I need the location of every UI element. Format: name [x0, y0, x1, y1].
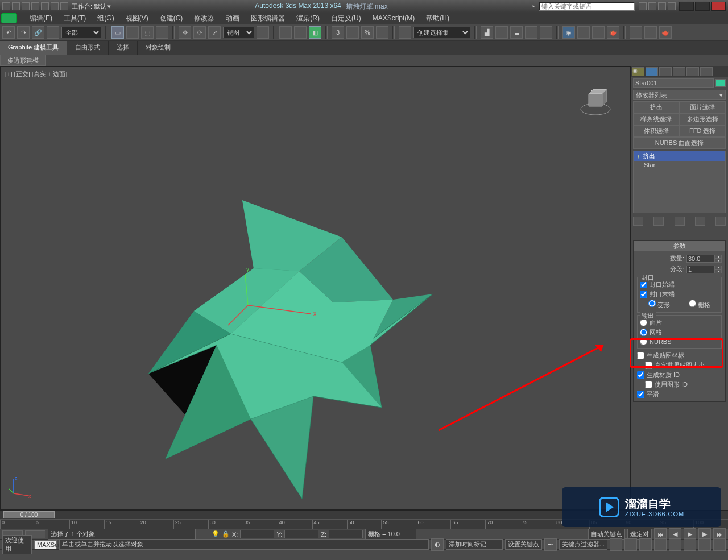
ribbon-tab-graphite[interactable]: Graphite 建模工具 — [0, 41, 67, 55]
nav-icon[interactable] — [654, 538, 667, 551]
x-field[interactable] — [240, 530, 274, 538]
menu-rendering[interactable]: 渲染(R) — [291, 13, 325, 24]
create-tab-icon[interactable]: ✺ — [632, 67, 644, 76]
time-tick[interactable]: 35 — [243, 520, 278, 529]
infocenter-icons[interactable] — [639, 2, 676, 10]
maxscript-mini[interactable]: MAXScr — [34, 540, 57, 549]
minimize-button[interactable] — [679, 2, 694, 11]
manipulate-button[interactable] — [279, 26, 292, 39]
ref-coord-dropdown[interactable]: 视图 — [223, 27, 254, 38]
modifier-list-dropdown[interactable]: 修改器列表 ▾ — [633, 90, 726, 100]
nav-icon[interactable] — [610, 538, 622, 551]
amount-spinner[interactable]: ▴▾ — [686, 255, 722, 263]
spin-down-icon[interactable]: ▾ — [715, 259, 722, 263]
undo-button[interactable]: ↶ — [2, 26, 15, 39]
link-button[interactable]: 🔗 — [32, 26, 44, 39]
display-tab-icon[interactable] — [686, 67, 699, 76]
make-unique-icon[interactable] — [675, 217, 685, 226]
viewport[interactable]: [+] [正交] [真实 + 边面] x — [0, 66, 630, 510]
search-input[interactable] — [539, 2, 635, 11]
smooth-checkbox[interactable] — [637, 391, 644, 398]
snap-toggle[interactable]: ◧ — [309, 26, 321, 39]
spinner-snap-button[interactable] — [376, 26, 388, 39]
workspace-selector[interactable]: 工作台: 默认 ▾ — [72, 2, 111, 11]
setkey-button[interactable]: 设置关键点 — [505, 539, 542, 550]
time-tick[interactable]: 60 — [416, 520, 450, 529]
ribbon-subtab-polymodel[interactable]: 多边形建模 — [0, 55, 46, 66]
btn-volsel[interactable]: 体积选择 — [633, 125, 680, 137]
time-slider-thumb[interactable]: 0 / 100 — [3, 511, 55, 518]
object-name-field[interactable]: Star001 — [633, 78, 714, 88]
snap3-button[interactable]: 3 — [332, 26, 344, 39]
segments-input[interactable] — [686, 266, 715, 273]
nav-icon[interactable] — [698, 538, 711, 551]
star-icon[interactable] — [658, 2, 666, 10]
lock-icon[interactable]: 🔒 — [222, 530, 230, 538]
time-tick[interactable]: 25 — [173, 520, 208, 529]
ribbon-tab-freeform[interactable]: 自由形式 — [67, 41, 109, 55]
time-tick[interactable]: 40 — [278, 520, 312, 529]
menu-animation[interactable]: 动画 — [220, 13, 245, 24]
help-icon[interactable] — [668, 2, 676, 10]
qat-icon[interactable] — [41, 2, 49, 10]
keyboard-shortcut-button[interactable] — [294, 26, 307, 39]
render-button[interactable]: 🫖 — [607, 26, 619, 39]
time-tick[interactable]: 10 — [69, 520, 104, 529]
nav-icon[interactable] — [624, 538, 637, 551]
ribbon-tab-paint[interactable]: 对象绘制 — [138, 41, 179, 55]
realworld-checkbox[interactable] — [645, 362, 652, 369]
extra-button[interactable] — [630, 26, 642, 39]
hierarchy-tab-icon[interactable] — [659, 67, 672, 76]
curve-editor-button[interactable] — [525, 26, 537, 39]
window-crossing-button[interactable] — [156, 26, 168, 39]
search-icon[interactable] — [639, 2, 647, 10]
nav-icon[interactable] — [669, 538, 681, 551]
menu-tools[interactable]: 工具(T) — [58, 13, 92, 24]
spin-up-icon[interactable]: ▴ — [715, 255, 722, 259]
genmat-checkbox[interactable] — [637, 371, 644, 379]
align-button[interactable] — [495, 26, 508, 39]
menu-grapheditors[interactable]: 图形编辑器 — [245, 13, 291, 24]
select-region-button[interactable]: ⬚ — [141, 26, 154, 39]
btn-splinesel[interactable]: 样条线选择 — [633, 113, 680, 125]
z-field[interactable] — [329, 530, 363, 538]
material-editor-button[interactable]: ◉ — [562, 26, 575, 39]
time-tick[interactable]: 70 — [485, 520, 520, 529]
qat-icon[interactable] — [2, 2, 10, 10]
time-tick[interactable]: 55 — [381, 520, 416, 529]
extra-button[interactable]: 🫖 — [659, 26, 672, 39]
info-arrow-icon[interactable]: ‣ — [532, 3, 535, 10]
schematic-button[interactable] — [540, 26, 552, 39]
btn-patchsel[interactable]: 面片选择 — [680, 101, 726, 113]
spin-down-icon[interactable]: ▾ — [715, 269, 722, 273]
genmap-checkbox[interactable] — [637, 352, 644, 359]
nav-icon[interactable] — [713, 538, 726, 551]
time-tick[interactable]: 20 — [139, 520, 173, 529]
menu-modifiers[interactable]: 修改器 — [188, 13, 220, 24]
mirror-button[interactable]: ▟ — [481, 26, 493, 39]
pin-stack-icon[interactable] — [633, 217, 643, 226]
quick-access-toolbar[interactable] — [2, 2, 68, 10]
amount-input[interactable] — [686, 255, 715, 263]
qat-icon[interactable] — [60, 2, 68, 10]
qat-icon[interactable] — [31, 2, 39, 10]
view-cube[interactable] — [578, 84, 613, 118]
qat-icon[interactable] — [22, 2, 30, 10]
nurbs-radio[interactable] — [640, 338, 647, 345]
btn-polysel[interactable]: 多边形选择 — [680, 113, 726, 125]
time-tick[interactable]: 15 — [104, 520, 139, 529]
star-object[interactable]: x y — [131, 180, 450, 521]
unlink-button[interactable] — [47, 26, 59, 39]
pivot-button[interactable] — [257, 26, 269, 39]
nav-icon[interactable] — [684, 538, 696, 551]
tag-icon[interactable]: ◐ — [431, 538, 444, 551]
time-tick[interactable]: 5 — [35, 520, 69, 529]
lock-icon[interactable]: 💡 — [212, 530, 220, 538]
keyfilter-button[interactable]: 关键点过滤器... — [559, 539, 607, 550]
segments-spinner[interactable]: ▴▾ — [686, 266, 722, 273]
time-tick[interactable]: 65 — [450, 520, 485, 529]
maximize-button[interactable] — [695, 2, 710, 11]
menu-view[interactable]: 视图(V) — [120, 13, 154, 24]
viewport-label[interactable]: [+] [正交] [真实 + 边面] — [5, 70, 67, 78]
scale-button[interactable]: ⤢ — [208, 26, 221, 39]
